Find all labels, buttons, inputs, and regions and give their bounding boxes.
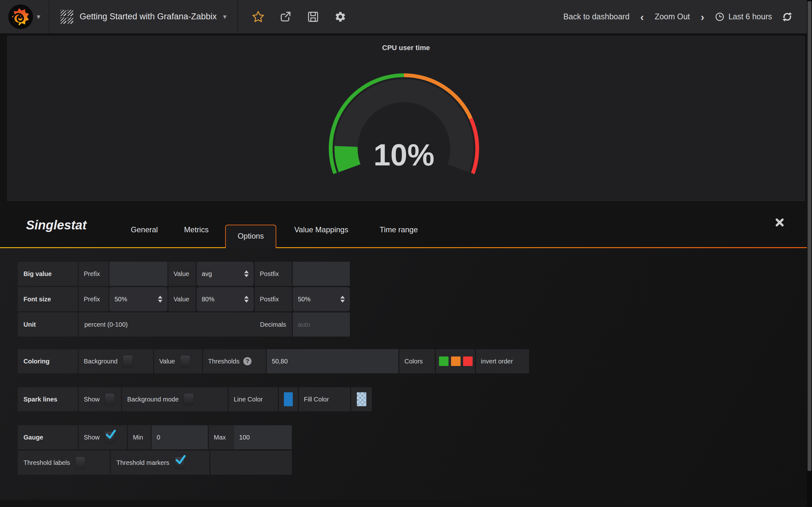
- checkmark-icon: [175, 454, 186, 465]
- panel-title[interactable]: CPU user time: [7, 44, 805, 52]
- value-color-label: Value: [159, 358, 175, 365]
- value-size-label: Value: [168, 287, 196, 311]
- tab-value-mappings[interactable]: Value Mappings: [284, 222, 359, 238]
- decimals-input[interactable]: [293, 313, 350, 337]
- spark-lines-table: Spark lines Show Background mode Line Co…: [18, 387, 373, 412]
- threshold-color-swatch-orange[interactable]: [451, 356, 461, 366]
- tab-general[interactable]: General: [120, 222, 168, 238]
- invert-order-link[interactable]: invert order: [481, 358, 513, 365]
- zoom-out-button[interactable]: Zoom Out: [655, 12, 690, 21]
- value-stat-selected: avg: [202, 270, 212, 278]
- unit-cell: percent (0-100) Decimals: [79, 313, 292, 337]
- value-options-table: Big value Prefix Value avg Postfix Font …: [18, 262, 351, 338]
- threshold-color-swatch-green[interactable]: [439, 356, 449, 366]
- colors-label: Colors: [399, 349, 435, 373]
- prefix-size-selected: 50%: [114, 296, 127, 303]
- grafana-logo-menu[interactable]: ▾: [0, 0, 49, 33]
- thresholds-help-icon[interactable]: ?: [243, 357, 252, 365]
- refresh-icon: [781, 11, 793, 22]
- tab-options[interactable]: Options: [225, 225, 276, 248]
- gauge-value-wedge: [334, 146, 360, 172]
- spark-show-checkbox[interactable]: [105, 393, 115, 405]
- spark-bg-mode-cell: Background mode: [122, 387, 228, 411]
- thresholds-input[interactable]: [267, 349, 398, 373]
- spark-lines-row-label: Spark lines: [18, 387, 78, 411]
- coloring-table: Coloring Background Value Thresholds ? C…: [18, 349, 530, 375]
- tab-metrics[interactable]: Metrics: [174, 222, 219, 238]
- gauge-value-label: 10%: [373, 138, 434, 172]
- checkmark-icon: [105, 429, 116, 440]
- fill-color-tint: [357, 392, 366, 406]
- spark-show-cell: Show: [79, 387, 121, 411]
- value-size-select[interactable]: 80%: [197, 287, 254, 311]
- max-cell: Max: [209, 425, 292, 449]
- empty-cell: [210, 451, 292, 475]
- page-scrollbar: [807, 0, 812, 507]
- threshold-markers-label: Threshold markers: [116, 459, 169, 466]
- prefix-size-select[interactable]: 50%: [109, 287, 167, 311]
- value-color-toggle-cell: Value: [154, 349, 202, 373]
- time-shift-right-button[interactable]: ›: [699, 11, 705, 22]
- title-caret-down-icon: ▾: [223, 13, 226, 20]
- save-icon: [307, 11, 319, 23]
- fill-color-label: Fill Color: [299, 387, 350, 411]
- refresh-button[interactable]: [781, 11, 793, 22]
- settings-button[interactable]: [334, 11, 346, 23]
- unit-row: Unit percent (0-100) Decimals: [18, 313, 351, 337]
- threshold-markers-checkbox[interactable]: [174, 457, 185, 469]
- dashboard-title-menu[interactable]: Getting Started with Grafana-Zabbix ▾: [49, 0, 238, 33]
- save-button[interactable]: [307, 11, 319, 23]
- spark-bg-mode-checkbox[interactable]: [184, 393, 194, 405]
- threshold-labels-checkbox[interactable]: [75, 457, 85, 469]
- font-size-row: Font size Prefix 50% Value 80% Postfix 5…: [18, 287, 351, 311]
- time-range-label: Last 6 hours: [728, 12, 772, 21]
- back-to-dashboard-button[interactable]: Back to dashboard: [563, 12, 629, 21]
- postfix-input[interactable]: [293, 262, 350, 286]
- line-color-cell: [279, 387, 298, 411]
- threshold-toggles-row: Threshold labels Threshold markers: [18, 451, 293, 475]
- share-button[interactable]: [280, 11, 292, 23]
- prefix-input[interactable]: [109, 262, 167, 286]
- max-label: Max: [209, 434, 234, 441]
- select-arrows-icon: [340, 296, 345, 302]
- fill-color-cell: [351, 387, 372, 411]
- close-editor-button[interactable]: [774, 217, 785, 228]
- thresholds-label-cell: Thresholds ?: [203, 349, 266, 373]
- decimals-label: Decimals: [260, 321, 292, 328]
- dashboards-grid-icon: [61, 10, 73, 24]
- gauge-show-checkbox[interactable]: [105, 431, 115, 443]
- threshold-color-swatch-red[interactable]: [463, 356, 473, 366]
- logo-caret-down-icon: ▾: [37, 13, 40, 20]
- gauge-options-table: Gauge Show Min Max Threshold labels: [18, 425, 293, 476]
- color-swatches-cell: [436, 349, 475, 373]
- navbar-actions: [238, 10, 346, 23]
- scrollbar-thumb[interactable]: [808, 1, 811, 471]
- line-color-label: Line Color: [229, 387, 278, 411]
- prefix-label: Prefix: [79, 262, 108, 286]
- background-checkbox[interactable]: [123, 355, 133, 367]
- postfix-size-select[interactable]: 50%: [293, 287, 350, 311]
- thresholds-label: Thresholds: [208, 358, 240, 365]
- gauge-row: Gauge Show Min Max: [18, 425, 293, 449]
- coloring-row-label: Coloring: [18, 349, 78, 373]
- fill-color-swatch[interactable]: [357, 392, 366, 406]
- line-color-swatch[interactable]: [284, 392, 293, 406]
- spark-lines-row: Spark lines Show Background mode Line Co…: [18, 387, 373, 411]
- gauge-show-label: Show: [84, 434, 100, 441]
- clock-icon: [715, 12, 724, 21]
- unit-value-dropdown[interactable]: percent (0-100): [84, 321, 128, 328]
- max-input[interactable]: [234, 425, 292, 449]
- value-stat-select[interactable]: avg: [197, 262, 254, 286]
- star-button[interactable]: [252, 10, 264, 23]
- big-value-row-label: Big value: [18, 262, 78, 286]
- gear-icon: [334, 11, 346, 23]
- tab-time-range[interactable]: Time range: [368, 222, 429, 238]
- min-input[interactable]: [152, 425, 208, 449]
- share-icon: [280, 11, 292, 23]
- time-range-picker[interactable]: Last 6 hours: [715, 12, 772, 21]
- time-shift-left-button[interactable]: ‹: [639, 11, 645, 22]
- background-label: Background: [84, 358, 118, 365]
- gauge-chart: 10%: [316, 68, 493, 185]
- value-color-checkbox[interactable]: [180, 355, 190, 367]
- panel-type-title: Singlestat: [26, 218, 87, 232]
